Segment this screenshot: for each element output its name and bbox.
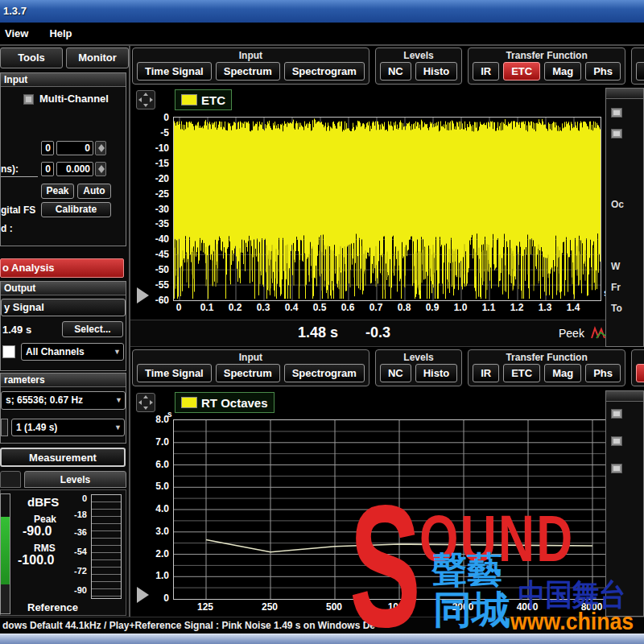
rms-value: -100.0 [18, 553, 54, 568]
rt-legend-label: RT Octaves [201, 396, 268, 410]
button-rt[interactable]: RT [636, 62, 644, 80]
button-spectrum[interactable]: Spectrum [216, 62, 280, 80]
menu-item-help[interactable]: Help [49, 27, 72, 39]
rt-ytick: 2.0 [143, 548, 169, 559]
rt-ytick: 4.0 [143, 503, 169, 514]
toolbar-group-label: Input [137, 351, 365, 364]
rt-plot[interactable] [173, 419, 606, 600]
button-histo[interactable]: Histo [415, 364, 458, 382]
button-nc[interactable]: NC [380, 62, 411, 80]
button-time-signal[interactable]: Time Signal [137, 364, 212, 382]
etc-ytick: -50 [143, 264, 169, 275]
etc-plot[interactable] [173, 117, 601, 301]
right-panel-checkbox[interactable] [611, 409, 622, 419]
button-phs[interactable]: Phs [585, 364, 621, 382]
meter-scale-label: -54 [64, 547, 87, 556]
play-cursor-bottom[interactable] [137, 587, 149, 603]
main-area: InputTime SignalSpectrumSpectrogramLevel… [130, 46, 644, 617]
button-etc[interactable]: ETC [503, 62, 540, 80]
etc-xtick: 1.2 [501, 302, 533, 313]
etc-ytick: -10 [143, 142, 169, 154]
etc-ytick: -45 [143, 249, 169, 260]
right-panel-checkbox[interactable] [611, 129, 622, 138]
input-panel: Input Multi-Channel 0 0 ns): 0 0.000 Pea… [0, 72, 126, 246]
readout-time: 1.48 s [298, 324, 338, 341]
button-spectrum[interactable]: Spectrum [216, 364, 280, 382]
button-histo[interactable]: Histo [415, 62, 458, 80]
button-etc[interactable]: ETC [503, 364, 540, 382]
spinner-1[interactable] [95, 141, 106, 155]
etc-xtick: 0.3 [247, 302, 279, 313]
titlebar[interactable]: 1.3.7 [0, 0, 644, 23]
button-rt[interactable]: RT [636, 364, 644, 382]
etc-legend-swatch [181, 94, 197, 105]
calibrate-button[interactable]: Calibrate [41, 202, 111, 217]
rt-xtick: 8000 [576, 601, 608, 613]
peak-button[interactable]: Peak [41, 184, 74, 199]
etc-xtick: 0.6 [332, 302, 364, 313]
button-phs[interactable]: Phs [585, 62, 621, 80]
auto-button[interactable]: Auto [77, 184, 111, 199]
right-panel-checkbox[interactable] [611, 108, 622, 118]
spin-b2[interactable]: 0.000 [56, 162, 93, 176]
rt-ytick: 3.0 [143, 526, 169, 537]
input-level-meter [0, 493, 10, 614]
pan-icon[interactable] [136, 90, 155, 109]
peek-label[interactable]: Peek [559, 327, 584, 340]
tab-levels[interactable]: Levels [24, 471, 126, 488]
button-nc[interactable]: NC [380, 364, 411, 382]
toolbar-group-transfer-function: Transfer FunctionIRETCMagPhs [468, 47, 625, 85]
etc-ytick: 0 [143, 112, 169, 123]
etc-xtick: 0.8 [388, 302, 420, 313]
level-meter [91, 494, 122, 599]
rt-legend[interactable]: RT Octaves [175, 392, 275, 413]
button-time-signal[interactable]: Time Signal [137, 62, 212, 80]
button-ir[interactable]: IR [473, 364, 499, 382]
channels-checkbox[interactable] [2, 345, 15, 358]
rt-ytick: 5.0 [143, 481, 169, 492]
toolbar-group-input: InputTime SignalSpectrumSpectrogram [132, 47, 369, 85]
spinner-2[interactable] [95, 162, 106, 176]
play-signal-button[interactable]: y Signal [1, 299, 126, 316]
button-ir[interactable]: IR [473, 62, 499, 80]
meter-scale-label: -72 [64, 566, 87, 576]
rt-xtick: 4000 [511, 601, 543, 613]
right-panel-checkbox[interactable] [611, 436, 622, 446]
pan-icon-2[interactable] [136, 393, 155, 412]
rt-xtick: 2000 [447, 601, 479, 613]
readout-bar: 1.48 s -0.3 Peek Drag [130, 320, 644, 347]
tab-tools[interactable]: Tools [0, 47, 63, 68]
etc-xtick: 1.4 [557, 302, 589, 313]
channels-dropdown[interactable]: All Channels [21, 343, 124, 361]
signal-duration: 1.49 s [2, 324, 31, 336]
play-cursor-top[interactable] [137, 287, 149, 303]
menu-item-view[interactable]: View [5, 27, 28, 39]
etc-xtick: 1.0 [444, 302, 477, 313]
toolbar-group-input: InputTime SignalSpectrumSpectrogram [132, 349, 369, 386]
button-mag[interactable]: Mag [544, 364, 581, 382]
multichannel-checkbox[interactable] [23, 94, 34, 105]
spin-a2[interactable]: 0 [41, 162, 54, 176]
rt-legend-swatch [181, 397, 197, 408]
avg-stub[interactable] [1, 419, 8, 436]
spin-a1[interactable]: 0 [41, 141, 54, 155]
fft-dropdown[interactable]: s; 65536; 0.67 Hz [1, 391, 126, 410]
rt-ytick: 8.0 [143, 414, 169, 425]
right-panel-label-oc: Oc [611, 199, 624, 210]
right-panel-bottom [605, 390, 644, 617]
avg-dropdown[interactable]: 1 (1.49 s) [11, 419, 125, 436]
select-button[interactable]: Select... [62, 321, 123, 337]
measurement-button[interactable]: Measurement [0, 448, 126, 467]
button-mag[interactable]: Mag [544, 62, 581, 80]
right-panel-top: OcWFrTo [605, 88, 644, 347]
button-spectrogram[interactable]: Spectrogram [284, 62, 365, 80]
spin-b1[interactable]: 0 [56, 141, 93, 155]
right-panel-checkbox[interactable] [611, 464, 622, 473]
etc-legend[interactable]: ETC [175, 89, 232, 110]
window-title: 1.3.7 [3, 5, 27, 17]
analysis-button[interactable]: o Analysis [0, 258, 124, 278]
toolbar-group-levels: LevelsNCHisto [375, 47, 462, 85]
button-spectrogram[interactable]: Spectrogram [284, 364, 365, 382]
tab-monitor[interactable]: Monitor [66, 47, 129, 68]
tab-partial[interactable] [0, 471, 21, 488]
